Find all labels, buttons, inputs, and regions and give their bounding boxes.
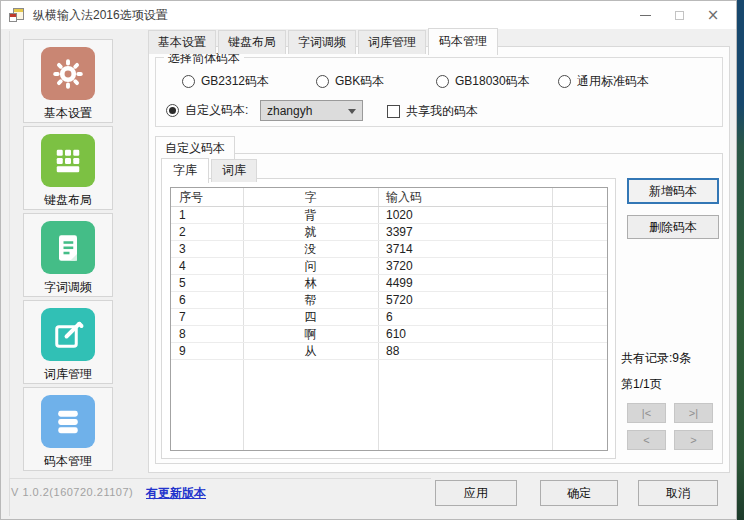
tab-basic-settings[interactable]: 基本设置 [148, 30, 216, 54]
first-page-button[interactable]: |< [627, 403, 666, 423]
cell-character: 背 [243, 207, 378, 223]
stacked-list-icon [41, 395, 95, 448]
gear-icon [41, 47, 95, 100]
version-label: V 1.0.2(160720.21107) [11, 486, 133, 498]
radio-gb2312[interactable]: GB2312码本 [182, 73, 269, 90]
main-tabstrip: 基本设置 键盘布局 字词调频 词库管理 码本管理 [148, 28, 500, 54]
app-icon [9, 7, 25, 23]
options-window: 纵横输入法2016选项设置 × [0, 0, 737, 520]
cell-index: 3 [171, 241, 243, 257]
radio-label: GBK码本 [335, 73, 384, 90]
titlebar[interactable]: 纵横输入法2016选项设置 × [1, 1, 736, 29]
radio-circle [182, 75, 195, 88]
table-row[interactable]: 5 林 4499 [171, 275, 607, 292]
table-row[interactable]: 9 从 88 [171, 343, 607, 360]
table-row[interactable]: 2 就 3397 [171, 224, 607, 241]
tab-keyboard-layout[interactable]: 键盘布局 [218, 30, 286, 54]
sidebar-item-keyboard-layout[interactable]: 键盘布局 [23, 126, 113, 210]
cell-index: 9 [171, 343, 243, 359]
cell-character: 林 [243, 275, 378, 291]
previous-page-button[interactable]: < [627, 430, 666, 450]
record-count-label: 共有记录:9条 [621, 350, 691, 367]
radio-label: GB2312码本 [201, 73, 269, 90]
col-header-input-code[interactable]: 输入码 [378, 188, 552, 206]
tab-dictionary-management[interactable]: 词库管理 [358, 30, 426, 54]
radio-label: 通用标准码本 [577, 73, 649, 90]
sidebar-item-basic-settings[interactable]: 基本设置 [23, 39, 113, 123]
inner-tabstrip: 字库 词库 [161, 158, 259, 182]
cell-index: 5 [171, 275, 243, 291]
share-codebook-checkbox[interactable]: 共享我的码本 [387, 103, 478, 120]
radio-circle [558, 75, 571, 88]
sidebar-item-dictionary-management[interactable]: 词库管理 [23, 300, 113, 384]
cell-character: 啊 [243, 326, 378, 342]
table-row[interactable]: 1 背 1020 [171, 207, 607, 224]
edit-document-icon [41, 308, 95, 361]
cell-input-code: 3714 [378, 241, 552, 257]
sidebar-item-word-frequency[interactable]: 字词调频 [23, 213, 113, 297]
radio-custom[interactable]: 自定义码本: [166, 102, 248, 119]
col-header-index[interactable]: 序号 [171, 188, 243, 206]
window-title: 纵横输入法2016选项设置 [33, 7, 168, 24]
cell-input-code: 1020 [378, 207, 552, 223]
custom-codebook-dropdown[interactable]: zhangyh [260, 100, 363, 121]
table-row[interactable]: 6 帮 5720 [171, 292, 607, 309]
desktop-background [736, 0, 744, 520]
cell-input-code: 88 [378, 343, 552, 359]
cell-input-code: 3720 [378, 258, 552, 274]
maximize-button[interactable] [662, 1, 696, 29]
tab-codebook-management[interactable]: 码本管理 [428, 28, 498, 55]
tab-word-library[interactable]: 词库 [211, 159, 257, 182]
radio-standard[interactable]: 通用标准码本 [558, 73, 649, 90]
character-library-page: 序号 字 输入码 1 背 1020 2 就 3397 [161, 178, 616, 459]
chevron-down-icon [348, 109, 356, 114]
cell-character: 没 [243, 241, 378, 257]
sidebar-item-label: 码本管理 [44, 453, 92, 470]
tab-word-frequency[interactable]: 字词调频 [288, 30, 356, 54]
sidebar-item-label: 基本设置 [44, 105, 92, 122]
cell-index: 1 [171, 207, 243, 223]
dropdown-value: zhangyh [267, 104, 312, 118]
cell-character: 就 [243, 224, 378, 240]
delete-codebook-button[interactable]: 删除码本 [627, 215, 719, 239]
cancel-button[interactable]: 取消 [638, 480, 718, 506]
screen: 纵横输入法2016选项设置 × [0, 0, 744, 520]
cell-index: 6 [171, 292, 243, 308]
table-row[interactable]: 4 问 3720 [171, 258, 607, 275]
col-header-character[interactable]: 字 [243, 188, 378, 206]
table-row[interactable]: 7 四 6 [171, 309, 607, 326]
close-button[interactable]: × [696, 1, 730, 29]
add-codebook-button[interactable]: 新增码本 [627, 178, 719, 204]
cell-index: 7 [171, 309, 243, 325]
sidebar-divider [9, 31, 10, 478]
sidebar-item-label: 键盘布局 [44, 192, 92, 209]
keyboard-icon [41, 134, 95, 187]
custom-codebook-page: 字库 词库 序号 字 输入码 1 [155, 153, 723, 464]
minimize-button[interactable] [628, 1, 662, 29]
ok-button[interactable]: 确定 [540, 480, 618, 506]
cell-character: 四 [243, 309, 378, 325]
radio-gbk[interactable]: GBK码本 [316, 73, 384, 90]
table-row[interactable]: 3 没 3714 [171, 241, 607, 258]
checkbox-label: 共享我的码本 [406, 103, 478, 120]
next-page-button[interactable]: > [674, 430, 713, 450]
checkbox-box [387, 105, 400, 118]
apply-button[interactable]: 应用 [435, 480, 517, 506]
sidebar-item-label: 字词调频 [44, 279, 92, 296]
codebook-table[interactable]: 序号 字 输入码 1 背 1020 2 就 3397 [170, 187, 608, 451]
cell-character: 从 [243, 343, 378, 359]
page-info-label: 第1/1页 [621, 376, 662, 393]
update-version-link[interactable]: 有更新版本 [146, 485, 206, 502]
sidebar-item-label: 词库管理 [44, 366, 92, 383]
sidebar-item-codebook-management[interactable]: 码本管理 [23, 387, 113, 471]
cell-input-code: 4499 [378, 275, 552, 291]
cell-index: 4 [171, 258, 243, 274]
tab-character-library[interactable]: 字库 [161, 158, 209, 183]
window-controls: × [628, 1, 730, 29]
last-page-button[interactable]: >| [674, 403, 713, 423]
radio-circle [316, 75, 329, 88]
radio-gb18030[interactable]: GB18030码本 [436, 73, 530, 90]
radio-circle-checked [166, 104, 179, 117]
table-row[interactable]: 8 啊 610 [171, 326, 607, 343]
codebook-management-page: 选择简体码本 GB2312码本 GBK码本 GB18030码本 [148, 46, 730, 473]
